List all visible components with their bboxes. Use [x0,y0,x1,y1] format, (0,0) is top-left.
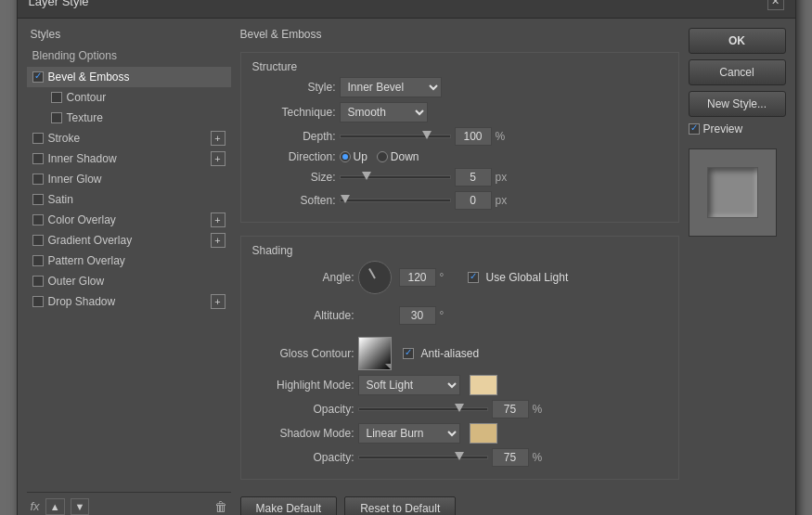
middle-panel: Bevel & Emboss Structure Style: Inner Be… [240,28,679,516]
highlight-mode-row: Highlight Mode: Soft Light [252,375,667,395]
style-label: Style: [252,81,336,94]
gradient-overlay-add-button[interactable]: + [211,233,226,248]
drop-shadow-add-button[interactable]: + [211,294,226,309]
dialog-title: Layer Style [29,0,89,8]
shadow-opacity-thumb[interactable] [455,452,464,460]
direction-up-label: Up [354,150,367,163]
highlight-opacity-slider-track[interactable] [358,407,488,411]
layer-item-gradient-overlay[interactable]: Gradient Overlay + [27,230,231,251]
anti-aliased-label: Anti-aliased [421,347,480,360]
pattern-overlay-checkbox[interactable] [32,255,44,266]
color-overlay-add-button[interactable]: + [211,212,226,227]
shadow-opacity-slider-track[interactable] [358,456,488,459]
layer-item-pattern-overlay[interactable]: Pattern Overlay [27,251,231,271]
blend-options-label[interactable]: Blending Options [27,46,231,65]
use-global-light-label: Use Global Light [486,271,569,284]
angle-label: Angle: [252,271,354,284]
shadow-opacity-label: Opacity: [252,451,354,464]
preview-checkbox[interactable] [689,123,700,135]
layer-item-satin[interactable]: Satin [27,189,231,210]
style-row: Style: Inner Bevel [252,77,667,97]
outer-glow-checkbox[interactable] [32,276,44,287]
layer-item-bevel-emboss[interactable]: Bevel & Emboss [27,67,231,87]
reset-to-default-button[interactable]: Reset to Default [344,496,456,516]
size-slider-thumb[interactable] [362,172,371,180]
gloss-contour-preview[interactable] [358,337,392,370]
direction-label: Direction: [252,150,336,163]
angle-row: Angle: ° Use Global Light [252,261,667,294]
direction-up-circle[interactable] [340,151,351,162]
make-default-button[interactable]: Make Default [240,496,338,516]
layer-item-drop-shadow[interactable]: Drop Shadow + [27,291,231,312]
texture-checkbox[interactable] [51,112,62,123]
ok-button[interactable]: OK [689,28,786,54]
angle-input[interactable] [399,268,436,287]
direction-up-radio[interactable]: Up [340,150,367,163]
size-slider-track[interactable] [340,175,451,179]
delete-button[interactable]: 🗑 [214,499,227,514]
size-input[interactable] [455,168,492,187]
highlight-mode-label: Highlight Mode: [252,379,354,392]
direction-down-label: Down [391,150,419,163]
bottom-buttons-row: Make Default Reset to Default [240,496,679,516]
highlight-mode-select[interactable]: Soft Light [358,375,460,395]
contour-checkbox[interactable] [51,92,62,103]
size-label: Size: [252,171,336,184]
layer-item-inner-glow[interactable]: Inner Glow [27,169,231,189]
inner-glow-checkbox[interactable] [32,174,44,185]
size-unit: px [496,171,512,184]
highlight-opacity-row: Opacity: % [252,400,667,418]
close-button[interactable]: ✕ [767,0,784,10]
bevel-emboss-checkbox[interactable] [32,71,44,83]
gradient-overlay-checkbox[interactable] [32,235,44,246]
inner-shadow-add-button[interactable]: + [211,151,226,166]
soften-slider-track[interactable] [340,199,451,202]
highlight-color-swatch[interactable] [470,375,497,395]
preview-checkbox-row: Preview [689,122,786,135]
style-select[interactable]: Inner Bevel [340,77,442,97]
direction-down-radio[interactable]: Down [377,150,419,163]
inner-shadow-checkbox[interactable] [32,153,44,164]
size-row: Size: px [252,168,667,187]
color-overlay-checkbox[interactable] [32,214,44,225]
angle-dial[interactable] [358,261,392,294]
cancel-button[interactable]: Cancel [689,59,786,85]
bevel-emboss-section-header: Bevel & Emboss [240,28,679,41]
depth-input[interactable] [455,127,492,146]
satin-checkbox[interactable] [32,194,44,205]
highlight-opacity-input[interactable] [492,400,529,418]
stroke-checkbox[interactable] [32,133,44,144]
altitude-input[interactable] [399,306,436,325]
layer-item-inner-shadow[interactable]: Inner Shadow + [27,148,231,169]
direction-down-circle[interactable] [377,151,388,162]
layer-item-stroke[interactable]: Stroke + [27,128,231,148]
highlight-opacity-thumb[interactable] [455,404,464,412]
layer-item-contour[interactable]: Contour [45,87,231,108]
layer-item-outer-glow[interactable]: Outer Glow [27,271,231,291]
technique-select[interactable]: Smooth [340,102,428,122]
contour-dropdown-arrow [385,364,391,369]
shadow-color-swatch[interactable] [470,423,497,444]
altitude-unit: ° [440,309,457,322]
use-global-light-checkbox[interactable] [468,272,479,283]
soften-slider-thumb[interactable] [341,195,350,203]
depth-label: Depth: [252,130,336,143]
layer-item-texture[interactable]: Texture [45,108,231,128]
stroke-add-button[interactable]: + [211,131,226,146]
preview-area [689,148,777,237]
move-down-button[interactable]: ▼ [71,498,90,515]
preview-inner [707,167,758,218]
depth-slider-track[interactable] [340,135,451,138]
anti-aliased-checkbox[interactable] [403,348,414,359]
layer-item-color-overlay[interactable]: Color Overlay + [27,210,231,230]
shading-header: Shading [252,244,667,257]
shadow-opacity-input[interactable] [492,448,529,467]
shadow-mode-select[interactable]: Linear Burn [358,423,460,444]
new-style-button[interactable]: New Style... [689,91,786,117]
soften-input[interactable] [455,191,492,210]
shadow-opacity-row: Opacity: % [252,448,667,467]
gloss-contour-row: Gloss Contour: Anti-aliased [252,337,667,370]
move-up-button[interactable]: ▲ [45,498,65,515]
depth-slider-thumb[interactable] [422,131,432,139]
drop-shadow-checkbox[interactable] [32,296,44,307]
